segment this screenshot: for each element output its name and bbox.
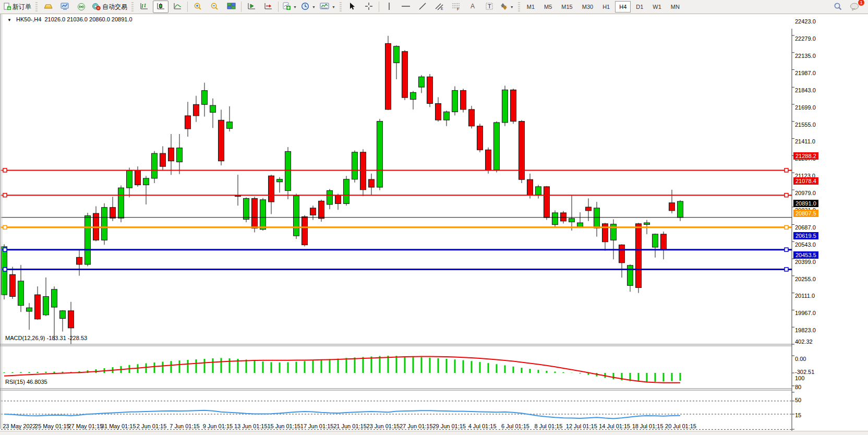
price-line-chip: 20891.0 xyxy=(793,200,818,207)
notifications-button[interactable]: 1 xyxy=(847,1,862,13)
macd-tick-label: -302.51 xyxy=(795,369,814,375)
timeframe-button-mn[interactable]: MN xyxy=(667,1,684,13)
toolbar-grip xyxy=(131,2,134,11)
candle-body xyxy=(536,187,541,195)
timeframe-button-h1[interactable]: H1 xyxy=(598,1,614,13)
gold-ingot-icon xyxy=(44,3,53,11)
cursor-tool-button[interactable] xyxy=(344,1,360,13)
timeframe-button-m15[interactable]: M15 xyxy=(557,1,576,13)
rsi-tick-label: 15 xyxy=(795,412,801,418)
candlestick-mode-button[interactable] xyxy=(153,1,168,13)
timeframe-button-m1[interactable]: M1 xyxy=(523,1,539,13)
channel-tool-button[interactable]: E xyxy=(431,1,447,13)
price-tick-label: 20255.0 xyxy=(795,276,816,282)
line-handle[interactable] xyxy=(785,268,788,271)
fibonacci-tool-button[interactable]: F xyxy=(448,1,464,13)
line-chart-icon xyxy=(173,2,182,11)
symbol-period-label: HK50-,H4 xyxy=(16,16,41,22)
templates-button[interactable]: ▼ xyxy=(318,1,337,13)
new-chart-button[interactable]: ▼ xyxy=(281,1,298,13)
line-handle[interactable] xyxy=(3,268,7,271)
time-tick-label: 15 Jun 01:15 xyxy=(267,423,300,429)
line-chart-mode-button[interactable] xyxy=(170,1,185,13)
candle-body xyxy=(319,201,324,218)
time-tick-label: 4 Jul 01:15 xyxy=(468,423,497,429)
rsi-tick-label: 100 xyxy=(795,375,804,381)
vertical-line-tool-button[interactable] xyxy=(381,1,397,13)
rsi-line xyxy=(4,410,680,419)
candle-body xyxy=(235,196,241,197)
text-label-tool-button[interactable]: T xyxy=(481,1,497,13)
line-handle[interactable] xyxy=(3,248,7,251)
trendline-tool-button[interactable] xyxy=(415,1,430,13)
chart-canvas[interactable] xyxy=(0,14,868,435)
crosshair-tool-button[interactable] xyxy=(361,1,377,13)
price-tick-label: 22423.0 xyxy=(795,18,816,25)
candle-body xyxy=(402,52,408,98)
line-handle[interactable] xyxy=(785,248,788,251)
price-tick-label: 20543.0 xyxy=(795,241,816,248)
timeframe-button-w1[interactable]: W1 xyxy=(648,1,666,13)
line-handle[interactable] xyxy=(785,194,788,197)
line-handle[interactable] xyxy=(3,225,7,229)
terminal-button[interactable] xyxy=(57,1,73,13)
auto-scroll-button[interactable] xyxy=(244,1,259,13)
line-handle[interactable] xyxy=(785,168,788,172)
candle-body xyxy=(252,198,258,228)
timeframe-button-m30[interactable]: M30 xyxy=(578,1,597,13)
candle-body xyxy=(344,179,349,204)
new-order-button[interactable]: 新订单 xyxy=(2,1,33,13)
price-tick-label: 22279.0 xyxy=(795,35,816,42)
zoom-out-button[interactable] xyxy=(207,1,222,13)
time-tick-label: 31 May 01:15 xyxy=(101,423,136,429)
timeframe-button-h4[interactable]: H4 xyxy=(615,1,631,13)
candle-body xyxy=(577,223,583,227)
horizontal-line-tool-button[interactable] xyxy=(398,1,414,13)
candle-body xyxy=(327,190,333,204)
market-watch-button[interactable] xyxy=(40,1,56,13)
timeframe-button-m5[interactable]: M5 xyxy=(540,1,556,13)
bar-chart-mode-button[interactable] xyxy=(136,1,152,13)
candle-body xyxy=(27,308,32,311)
candle-body xyxy=(110,208,116,218)
candle-body xyxy=(678,201,683,218)
line-handle[interactable] xyxy=(3,168,7,172)
candle-body xyxy=(669,203,675,211)
search-button[interactable] xyxy=(830,1,846,13)
candle-body xyxy=(160,153,166,166)
candle-body xyxy=(10,274,16,296)
macd-signal-line xyxy=(4,357,680,383)
svg-text:A: A xyxy=(471,3,475,10)
candle-body xyxy=(486,150,491,170)
tile-windows-button[interactable] xyxy=(223,1,239,13)
chart-shift-icon xyxy=(264,2,273,11)
text-tool-icon: A xyxy=(469,2,476,11)
candle-body xyxy=(369,179,375,187)
arrows-icon xyxy=(500,2,508,11)
line-handle[interactable] xyxy=(785,225,788,229)
candle-body xyxy=(611,224,617,240)
fibonacci-icon: F xyxy=(451,2,461,11)
candle-body xyxy=(168,148,174,161)
time-tick-label: 9 Jun 01:15 xyxy=(203,423,233,429)
rsi-tick-label: 50 xyxy=(795,397,801,403)
candle-body xyxy=(127,171,132,188)
candle-body xyxy=(636,224,642,287)
zoom-in-icon xyxy=(194,2,202,11)
line-handle[interactable] xyxy=(3,194,7,197)
chart-shift-button[interactable] xyxy=(260,1,276,13)
candle-body xyxy=(2,247,7,295)
toolbar-separator xyxy=(278,2,279,12)
candle-body xyxy=(43,296,49,315)
autotrading-button[interactable]: 自动交易 xyxy=(90,1,129,13)
text-tool-button[interactable]: A xyxy=(465,1,480,13)
periods-button[interactable]: ▼ xyxy=(299,1,317,13)
news-button[interactable] xyxy=(74,1,89,13)
candle-body xyxy=(461,90,466,109)
candle-body xyxy=(202,91,208,105)
chart-window[interactable] xyxy=(0,14,868,435)
shapes-tool-button[interactable]: ▼ xyxy=(498,1,515,13)
zoom-in-button[interactable] xyxy=(190,1,206,13)
dropdown-caret-icon: ▼ xyxy=(510,5,514,9)
timeframe-button-d1[interactable]: D1 xyxy=(632,1,647,13)
